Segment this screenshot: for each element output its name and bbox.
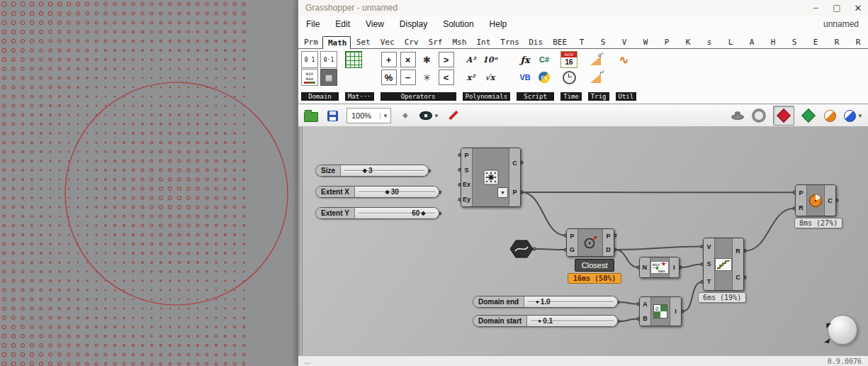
tab-s-12[interactable]: S [592,35,614,48]
input-v[interactable]: V [706,243,711,250]
preview-custom-button[interactable] [801,108,816,123]
power-icon[interactable]: A² [463,51,480,68]
tab-p-15[interactable]: P [656,35,677,48]
input-b[interactable]: B [643,315,648,322]
output-c[interactable]: C [828,197,833,204]
input-ex[interactable]: Ex [463,181,470,188]
construct-domain-icon[interactable]: 0 1 [301,51,318,68]
slider-track[interactable]: ◆3 [341,165,428,176]
expression-icon[interactable]: ƒx [517,51,534,68]
output-c[interactable]: C [512,160,517,167]
degrees-icon[interactable]: α° [588,51,605,68]
tab-v-13[interactable]: V [614,35,635,48]
number-slider-size[interactable]: Size◆3 [315,165,429,177]
output-p[interactable]: P [512,189,517,196]
minimize-button[interactable]: – [805,3,826,13]
input-s[interactable]: S [464,167,468,174]
square-root-icon[interactable]: √x [482,69,499,86]
input-g[interactable]: G [570,246,575,253]
navigation-ball[interactable] [828,315,857,345]
tab-set-2[interactable]: Set [351,35,375,48]
csharp-script-icon[interactable]: C# [536,51,553,68]
tab-a-19[interactable]: A [741,35,762,48]
slider-track[interactable]: ●0.1 [527,316,617,326]
preview-settings-button[interactable]: ▼ [419,108,439,123]
number-slider-extx[interactable]: Extent X◆30 [315,186,439,198]
input-s[interactable]: S [706,260,711,267]
preview-off-button[interactable] [731,108,745,123]
tab-crv-4[interactable]: Crv [399,35,423,48]
curve-param[interactable] [509,240,534,261]
tab-s-21[interactable]: S [784,35,805,48]
menu-item-file[interactable]: File [298,16,327,33]
input-p[interactable]: P [799,189,803,196]
menu-item-view[interactable]: View [358,16,392,33]
slider-handle[interactable]: ●1.0 [536,296,551,307]
number-slider-exty[interactable]: Extent Y60◆ [315,207,439,219]
square-icon[interactable]: x² [463,69,480,86]
output-r[interactable]: R [735,248,740,255]
tab-e-22[interactable]: E [805,35,826,48]
menu-item-edit[interactable]: Edit [327,16,358,33]
input-n[interactable]: N [643,264,648,271]
menu-item-solution[interactable]: Solution [435,16,481,33]
smooth-numbers-icon[interactable]: ∿ [616,51,633,68]
slider-track[interactable]: 60◆ [355,208,439,218]
tab-k-16[interactable]: K [677,35,699,48]
bounds-minmax-icon[interactable]: min max [301,69,318,86]
output-p[interactable]: P [606,233,610,240]
slider-handle[interactable]: ◆30 [385,187,398,197]
preview-quality-button[interactable]: ▼ [844,108,863,123]
zoom-select[interactable]: 100% ▼ [346,108,391,123]
tab-r-24[interactable]: R [847,35,868,48]
tab-h-20[interactable]: H [762,35,784,48]
smaller-than-icon[interactable]: < [439,70,454,85]
multiplication-icon[interactable]: × [400,52,416,67]
input-a[interactable]: A [643,301,648,308]
output-d[interactable]: D [606,246,611,253]
python-script-icon[interactable]: Py [536,69,553,86]
clock-icon[interactable] [560,69,577,86]
output-i[interactable]: I [673,264,675,271]
definition-canvas[interactable]: Size◆3Extent X◆30Extent Y60◆Domain end●1… [303,126,868,356]
output-c[interactable]: C [735,274,740,281]
date-icon[interactable]: NOV16 [560,51,577,68]
input-p[interactable]: P [570,233,574,240]
remap-numbers-component[interactable]: VSTRC [703,238,744,291]
tab-srf-5[interactable]: Srf [423,35,447,48]
menu-item-help[interactable]: Help [482,16,515,33]
tab-msh-6[interactable]: Msh [447,35,471,48]
number-slider-dend[interactable]: Domain end●1.0 [473,296,618,308]
component-menu-arrow-icon[interactable]: ▼ [497,187,508,198]
slider-handle[interactable]: 60◆ [412,208,425,218]
modulus-icon[interactable]: % [381,70,397,85]
preview-shaded-button[interactable] [773,106,794,126]
zoom-extents-button[interactable]: ⌖ [398,108,412,123]
tab-l-18[interactable]: L [720,35,741,48]
equality-icon[interactable]: ✳ [419,69,436,86]
preview-wireframe-button[interactable] [752,108,766,123]
input-r[interactable]: R [799,204,804,211]
power-of-10-icon[interactable]: 10ⁿ [482,51,499,68]
curve-closest-point-component[interactable]: PGPD [566,228,614,257]
tab-w-14[interactable]: W [635,35,656,48]
tab-r-23[interactable]: R [826,35,847,48]
larger-than-icon[interactable]: > [439,52,454,67]
tab-bee-10[interactable]: BEE [547,35,571,48]
save-file-button[interactable] [325,108,339,123]
close-button[interactable]: ✕ [847,3,868,13]
radius-icon[interactable]: r² [588,69,605,86]
tab-vec-3[interactable]: Vec [375,35,399,48]
vb-script-icon[interactable]: VB [517,69,534,86]
matrix-icon[interactable] [345,51,362,68]
addition-icon[interactable]: + [381,52,397,67]
tab-dis-9[interactable]: Dis [523,35,547,48]
sketch-tool-button[interactable] [446,108,461,123]
menu-item-display[interactable]: Display [392,16,435,33]
domain-components-icon[interactable]: 0·1 [320,51,337,68]
output-i[interactable]: I [675,308,677,315]
tab-s-17[interactable]: s [699,35,720,48]
similarity-icon[interactable]: ✱ [419,51,436,68]
divide-domain-icon[interactable]: ▦ [320,69,337,86]
slider-track[interactable]: ●1.0 [524,296,617,307]
